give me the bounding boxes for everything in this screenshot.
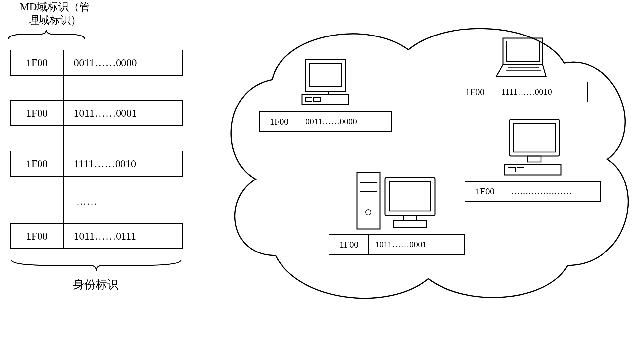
svg-rect-14 — [505, 164, 561, 175]
svg-rect-4 — [314, 98, 320, 102]
node-b: 1F00 1111……0010 — [455, 36, 588, 102]
body-cell: 1011……0001 — [64, 101, 182, 125]
svg-point-22 — [366, 210, 371, 215]
ellipsis: …… — [76, 196, 98, 207]
node-d: 1F00 ………………… — [465, 116, 601, 202]
id-row-2: 1F00 1111……0010 — [10, 151, 183, 177]
identity-label: 身份标识 — [73, 277, 118, 292]
md-cell: 1F00 — [465, 182, 505, 201]
md-cell: 1F00 — [11, 224, 64, 248]
svg-rect-25 — [403, 216, 417, 220]
svg-rect-15 — [508, 167, 515, 172]
node-c: 1F00 1011……0001 — [329, 166, 465, 255]
id-row-1: 1F00 1011……0001 — [10, 100, 183, 126]
svg-rect-11 — [510, 119, 559, 156]
svg-rect-17 — [357, 173, 380, 229]
divider — [63, 177, 64, 223]
desktop-icon — [297, 56, 354, 109]
md-cell: 1F00 — [11, 50, 64, 75]
pc-icon — [500, 116, 566, 179]
svg-rect-24 — [389, 182, 431, 211]
svg-rect-1 — [309, 64, 341, 86]
body-cell: 0011……0000 — [299, 112, 391, 131]
svg-rect-12 — [514, 123, 555, 152]
body-cell: 1011……0001 — [369, 235, 464, 254]
svg-rect-16 — [517, 167, 524, 172]
body-cell: 0011……0000 — [64, 50, 182, 75]
svg-rect-3 — [305, 98, 312, 102]
tower-pc-icon — [354, 166, 440, 232]
svg-rect-26 — [393, 221, 427, 227]
laptop-icon — [493, 36, 549, 80]
md-cell: 1F00 — [260, 112, 299, 131]
bottom-brace — [10, 259, 183, 272]
body-cell: 1111……0010 — [495, 82, 587, 102]
svg-rect-6 — [503, 38, 543, 65]
md-cell: 1F00 — [11, 101, 64, 125]
svg-rect-13 — [528, 156, 541, 162]
top-brace — [7, 28, 86, 40]
svg-rect-23 — [385, 178, 435, 216]
md-cell: 1F00 — [329, 235, 369, 254]
body-cell: ………………… — [505, 182, 600, 201]
divider — [63, 126, 64, 151]
body-cell: 1011……0111 — [64, 224, 182, 248]
md-domain-label: MD域标识（管 理域标识） — [5, 0, 105, 27]
md-cell: 1F00 — [11, 151, 64, 176]
svg-rect-2 — [302, 95, 349, 105]
id-row-0: 1F00 0011……0000 — [10, 50, 183, 76]
svg-rect-7 — [506, 41, 539, 62]
body-cell: 1111……0010 — [64, 151, 182, 176]
id-row-3: 1F00 1011……0111 — [10, 223, 183, 249]
md-cell: 1F00 — [455, 82, 495, 102]
divider — [63, 76, 64, 100]
node-a: 1F00 0011……0000 — [259, 56, 392, 132]
